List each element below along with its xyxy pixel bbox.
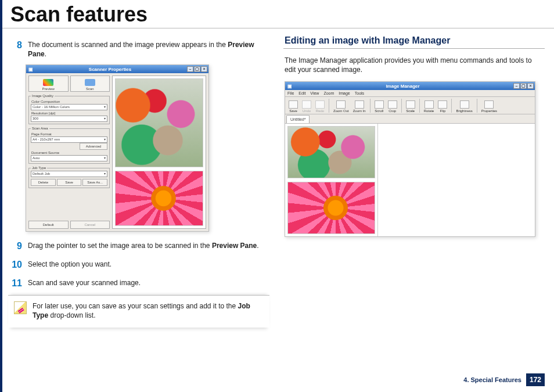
menu-view[interactable]: View [310,91,319,95]
tool-zoomin[interactable]: Zoom In [351,100,368,113]
section-body: The Image Manager application provides y… [285,56,542,74]
toolbar-separator [401,99,402,113]
scale-icon [406,100,415,109]
flip-icon [438,100,447,109]
tool-scale[interactable]: Scale [404,100,417,113]
top-buttons: Preview Scan [28,75,110,92]
crop-icon [388,100,397,109]
chevron-down-icon: ▾ [104,116,106,121]
text: . [45,50,46,58]
delete-button[interactable]: Delete [31,179,56,186]
thumbnail[interactable] [287,182,375,234]
window-body: Preview Scan Image Quality Color Composi… [26,73,208,231]
saveas-button[interactable]: Save As... [82,179,107,186]
redo-icon [315,100,325,109]
menu-edit[interactable]: Edit [298,91,305,95]
step-body: Scan and save your scanned image. [28,277,269,290]
default-button[interactable]: Default [28,221,69,229]
window-icon: ▣ [28,67,33,72]
group-legend: Job Type [31,166,47,170]
step-8: 8 The document is scanned and the image … [9,39,269,59]
toolbar-separator [451,99,452,113]
close-button[interactable]: × [527,83,534,89]
menu-zoom[interactable]: Zoom [323,91,334,95]
color-select[interactable]: Color - 16 Million Colors▾ [31,104,107,110]
tool-properties[interactable]: Properties [480,100,499,113]
resolution-select[interactable]: 300▾ [31,116,107,122]
group-legend: Scan Area [31,127,49,130]
cancel-button[interactable]: Cancel [70,221,110,229]
tool-flip[interactable]: Flip [436,100,449,113]
maximize-button[interactable]: ▢ [194,66,200,72]
tool-scroll[interactable]: Scroll [373,100,386,113]
text: For later use, you can save as your scan… [33,302,238,310]
page-number: 172 [526,373,545,386]
text: drop-down list. [48,311,95,319]
tool-zoomout[interactable]: Zoom Out [332,100,351,113]
tool-rotate[interactable]: Rotate [422,100,436,113]
tool-brightness[interactable]: Brightness [454,100,474,113]
minimize-button[interactable]: – [187,66,193,72]
save-button[interactable]: Save [57,179,82,186]
value: Color - 16 Million Colors [33,105,70,110]
preview-pane[interactable] [112,75,206,229]
photo-content [288,127,375,178]
menu-image[interactable]: Image [339,91,350,95]
maximize-button[interactable]: ▢ [520,83,527,89]
document-tab[interactable]: Untitled* [286,115,310,123]
window-buttons: – ▢ × [513,83,534,89]
zoomin-icon [355,100,364,109]
note-box: For later use, you can save as your scan… [8,295,269,327]
step-body: The document is scanned and the image pr… [28,39,269,59]
page-title: Scan features [0,0,554,28]
job-buttons: Delete Save Save As... [31,179,107,186]
note-text: For later use, you can save as your scan… [33,301,265,320]
label: Zoom Out [333,109,349,113]
save-icon [289,100,298,109]
zoomout-icon [336,100,346,109]
job-type-select[interactable]: Default Job▾ [31,171,107,177]
preview-button[interactable]: Preview [28,75,69,92]
label: Properties [481,109,497,113]
doc-source-select[interactable]: Auto▾ [31,155,107,161]
photo-content [288,182,375,233]
term: Preview Pane [212,242,257,250]
step-number: 9 [9,240,22,253]
right-column: Editing an image with Image Manager The … [283,35,545,328]
label: Brightness [456,109,472,113]
text: The document is scanned and the image pr… [28,41,228,49]
advanced-button[interactable]: Advanced [80,143,107,150]
label: Flip [440,109,446,113]
toolbar: Save Undo Redo Zoom Out Zoom In Scroll C… [285,97,535,114]
label: Save [289,109,297,113]
text: . [257,242,258,250]
field-label: Resolution [dpi] [31,112,107,115]
image-manager-body [285,124,535,236]
tool-redo[interactable]: Redo [314,100,326,113]
canvas-area[interactable] [378,124,535,236]
note-icon [14,301,27,314]
field-label: Color Composition [31,100,107,103]
page-format-select[interactable]: A4 - 210x297 mm▾ [31,136,107,143]
tool-undo[interactable]: Undo [300,100,313,113]
tool-crop[interactable]: Crop [386,100,399,113]
scan-button[interactable]: Scan [70,75,110,92]
step-9: 9 Drag the pointer to set the image area… [9,240,269,253]
label: Preview [42,87,55,91]
thumbnail-panel [285,124,378,236]
preview-image-top [115,78,203,167]
image-manager-window: ▣ Image Manager – ▢ × File Edit View Zoo… [285,81,535,237]
menu-tools[interactable]: Tools [355,91,364,95]
chevron-down-icon: ▾ [104,137,106,142]
page-footer: 4. Special Features 172 [463,373,545,386]
minimize-button[interactable]: – [513,83,520,89]
thumbnail[interactable] [287,126,375,178]
close-button[interactable]: × [201,66,207,72]
preview-icon [43,79,53,86]
scroll-icon [375,100,384,109]
tool-save[interactable]: Save [287,100,300,113]
label: Scroll [375,109,383,113]
value: Default Job [33,171,50,177]
label: Redo [316,109,324,113]
menu-file[interactable]: File [287,91,294,95]
